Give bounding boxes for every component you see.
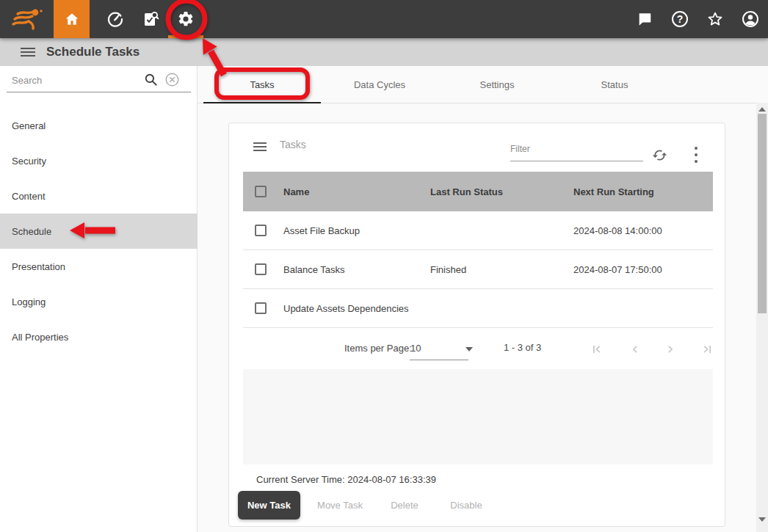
row-checkbox[interactable] xyxy=(255,263,267,275)
star-icon xyxy=(706,10,724,28)
disable-button[interactable]: Disable xyxy=(440,491,493,520)
delete-button[interactable]: Delete xyxy=(379,491,430,520)
more-options-icon[interactable] xyxy=(690,147,702,163)
cell-status: Finished xyxy=(430,264,466,275)
cell-next-run: 2024-08-08 14:00:00 xyxy=(573,225,662,236)
sidebar-search-input[interactable]: Search xyxy=(12,75,42,86)
sidebar-item-security[interactable]: Security xyxy=(0,143,198,178)
pagination-bar: Items per Page: 10 1 - 3 of 3 xyxy=(243,328,713,369)
page-title: Schedule Tasks xyxy=(46,45,140,59)
scrollbar-thumb[interactable] xyxy=(758,114,767,313)
row-checkbox[interactable] xyxy=(255,302,267,314)
main-content: Tasks Data Cycles Settings Status Tasks … xyxy=(198,66,768,532)
sidebar-item-content[interactable]: Content xyxy=(0,178,198,214)
items-per-page-label: Items per Page: xyxy=(344,343,412,354)
gauge-icon xyxy=(106,10,124,28)
sidebar-item-schedule[interactable]: Schedule xyxy=(0,214,198,249)
vertical-scrollbar[interactable] xyxy=(756,103,768,532)
sidebar-item-general[interactable]: General xyxy=(0,108,198,143)
help-button[interactable]: ? xyxy=(662,0,698,38)
account-button[interactable] xyxy=(733,0,768,38)
chat-button[interactable] xyxy=(627,0,662,38)
app-window: ? Schedule Tasks Search xyxy=(0,0,768,532)
cell-name: Update Assets Dependencies xyxy=(283,303,409,314)
scroll-up-arrow-icon[interactable] xyxy=(758,107,766,112)
first-page-button[interactable] xyxy=(588,340,606,358)
column-header-status: Last Run Status xyxy=(430,186,503,197)
sidebar-item-logging[interactable]: Logging xyxy=(0,284,198,319)
menu-icon[interactable] xyxy=(21,48,35,59)
sidebar-items: General Security Content Schedule Presen… xyxy=(0,108,198,354)
tab-status[interactable]: Status xyxy=(556,66,673,103)
table-row[interactable]: Update Assets Dependencies xyxy=(243,289,713,328)
move-task-button[interactable]: Move Task xyxy=(308,491,372,520)
select-all-checkbox[interactable] xyxy=(255,186,267,197)
active-tab-indicator xyxy=(203,102,321,103)
account-icon xyxy=(742,10,759,28)
help-icon: ? xyxy=(672,11,688,27)
page-header: Schedule Tasks xyxy=(0,38,768,66)
tab-settings[interactable]: Settings xyxy=(438,66,556,103)
brand-logo[interactable] xyxy=(7,0,48,38)
tab-data-cycles[interactable]: Data Cycles xyxy=(321,66,438,103)
active-nav-indicator xyxy=(168,35,203,38)
empty-detail-area xyxy=(243,369,713,464)
search-underline xyxy=(7,92,191,92)
column-header-name: Name xyxy=(283,186,309,197)
column-header-next: Next Run Starting xyxy=(573,186,654,197)
sidebar-item-presentation[interactable]: Presentation xyxy=(0,249,198,284)
filter-input[interactable]: Filter xyxy=(510,144,530,154)
items-per-page-select[interactable]: 10 xyxy=(410,343,421,354)
top-toolbar: ? xyxy=(0,0,768,38)
new-task-button[interactable]: New Task xyxy=(238,491,300,520)
filter-underline xyxy=(510,161,643,161)
page-range-label: 1 - 3 of 3 xyxy=(504,342,541,353)
home-icon xyxy=(64,11,80,27)
panel-title: Tasks xyxy=(280,139,306,150)
scroll-down-arrow-icon[interactable] xyxy=(758,517,766,522)
media-search-nav-button[interactable] xyxy=(133,0,168,38)
home-nav-button[interactable] xyxy=(54,0,90,38)
wave-logo-icon xyxy=(11,7,45,32)
tasks-card: Tasks Filter Name Last Run Status Next R… xyxy=(228,123,725,527)
tab-bar: Tasks Data Cycles Settings Status xyxy=(198,66,768,103)
search-icon[interactable] xyxy=(144,73,158,87)
select-underline xyxy=(410,360,468,360)
clear-search-icon[interactable] xyxy=(164,72,180,87)
cell-next-run: 2024-08-07 17:50:00 xyxy=(573,264,662,275)
chat-icon xyxy=(637,11,653,27)
next-page-button[interactable] xyxy=(662,340,679,358)
table-row[interactable]: Balance Tasks Finished 2024-08-07 17:50:… xyxy=(243,250,713,289)
dashboard-nav-button[interactable] xyxy=(98,0,133,38)
sidebar-item-all-properties[interactable]: All Properties xyxy=(0,319,198,354)
refresh-icon[interactable] xyxy=(652,147,667,163)
settings-sidebar: Search General Security Content Schedule… xyxy=(0,66,198,532)
cell-name: Asset File Backup xyxy=(283,225,360,236)
panel-menu-icon[interactable] xyxy=(253,142,267,153)
favorites-button[interactable] xyxy=(698,0,733,38)
table-header: Name Last Run Status Next Run Starting xyxy=(243,172,713,211)
cell-name: Balance Tasks xyxy=(283,264,345,275)
settings-gear-icon xyxy=(177,10,195,28)
last-page-button[interactable] xyxy=(698,340,716,358)
server-time-label: Current Server Time: 2024-08-07 16:33:39 xyxy=(256,474,436,485)
table-row[interactable]: Asset File Backup 2024-08-08 14:00:00 xyxy=(243,211,713,250)
row-checkbox[interactable] xyxy=(255,225,267,236)
settings-nav-button[interactable] xyxy=(168,0,203,38)
media-search-icon xyxy=(142,10,159,28)
tab-tasks[interactable]: Tasks xyxy=(203,66,321,103)
previous-page-button[interactable] xyxy=(626,340,644,358)
chevron-down-icon[interactable] xyxy=(465,347,473,351)
